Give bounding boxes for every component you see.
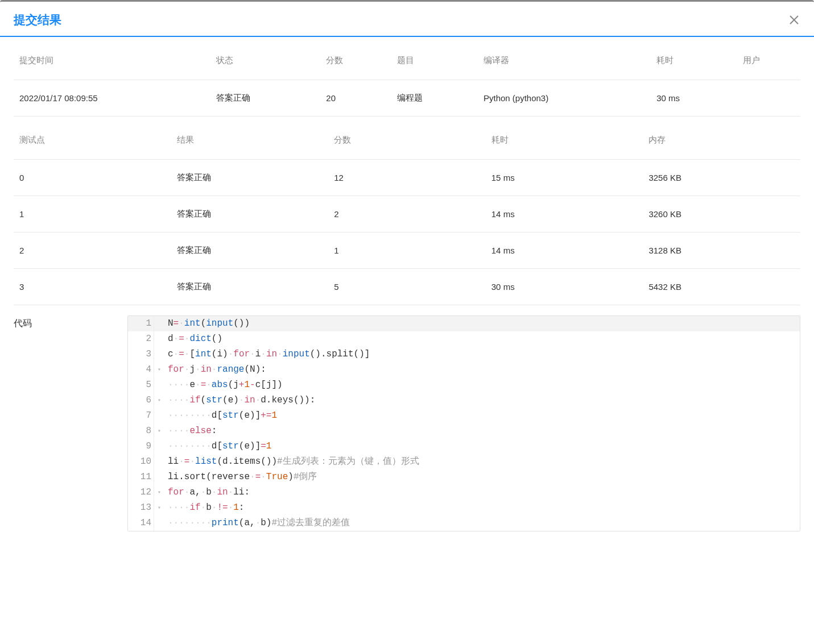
code-content: li·=·list(d.items())#生成列表：元素为（键，值）形式: [164, 454, 800, 470]
code-section: 代码 1N=·int(input())2d·=·dict()3c·=·[int(…: [14, 305, 800, 531]
code-line[interactable]: 4▾for·j·in·range(N):: [128, 362, 800, 377]
cell-time: 30 ms: [651, 80, 737, 117]
line-number: 11: [128, 470, 154, 485]
cell-memory: 5432 KB: [643, 269, 800, 305]
code-content: ········print(a,·b)#过滤去重复的差值: [164, 516, 800, 531]
summary-table: 提交时间 状态 分数 题目 编译器 耗时 用户 2022/01/17 08:09…: [14, 41, 800, 117]
line-number: 5: [128, 377, 154, 393]
line-number: 12: [128, 485, 154, 500]
cell-tscore: 2: [328, 196, 486, 232]
cell-result: 答案正确: [171, 196, 329, 232]
cell-memory: 3256 KB: [643, 160, 800, 196]
cell-testpoint: 3: [14, 269, 171, 305]
code-line[interactable]: 2d·=·dict(): [128, 331, 800, 347]
code-content: ····else:: [164, 423, 800, 439]
col-problem: 题目: [391, 41, 478, 80]
cell-tscore: 1: [328, 232, 486, 269]
col-score: 分数: [320, 41, 391, 80]
modal-header: 提交结果: [0, 2, 814, 37]
line-number: 7: [128, 408, 154, 423]
fold-toggle-icon[interactable]: ▾: [154, 485, 164, 500]
col-user: 用户: [737, 41, 800, 80]
code-content: c·=·[int(i)·for·i·in·input().split()]: [164, 347, 800, 362]
code-line[interactable]: 1N=·int(input()): [128, 316, 800, 331]
code-line[interactable]: 8▾····else:: [128, 423, 800, 439]
testpoint-row: 0答案正确1215 ms3256 KB: [14, 160, 800, 196]
cell-result: 答案正确: [171, 232, 329, 269]
col-compiler: 编译器: [478, 41, 651, 80]
close-icon: [788, 14, 800, 26]
cell-ttime: 14 ms: [486, 196, 643, 232]
code-line[interactable]: 5····e·=·abs(j+1-c[j]): [128, 377, 800, 393]
code-line[interactable]: 12▾for·a,·b·in·li:: [128, 485, 800, 500]
cell-result: 答案正确: [171, 160, 329, 196]
code-content: li.sort(reverse·=·True)#倒序: [164, 470, 800, 485]
line-number: 6: [128, 393, 154, 408]
col-ttime: 耗时: [486, 121, 643, 160]
col-memory: 内存: [643, 121, 800, 160]
fold-toggle-icon[interactable]: ▾: [154, 500, 164, 516]
cell-ttime: 14 ms: [486, 232, 643, 269]
line-number: 13: [128, 500, 154, 516]
fold-toggle-icon[interactable]: ▾: [154, 423, 164, 439]
code-content: for·a,·b·in·li:: [164, 485, 800, 500]
code-line[interactable]: 14········print(a,·b)#过滤去重复的差值: [128, 516, 800, 531]
col-testpoint: 测试点: [14, 121, 171, 160]
code-line[interactable]: 11li.sort(reverse·=·True)#倒序: [128, 470, 800, 485]
code-content: ········d[str(e)]+=1: [164, 408, 800, 423]
line-number: 14: [128, 516, 154, 531]
cell-result: 答案正确: [171, 269, 329, 305]
cell-tscore: 5: [328, 269, 486, 305]
cell-testpoint: 0: [14, 160, 171, 196]
line-number: 10: [128, 454, 154, 470]
submit-result-modal: 提交结果 提交时间 状态 分数 题目 编译器 耗时 用户 2022/01/17 …: [0, 0, 814, 531]
testpoint-row: 2答案正确114 ms3128 KB: [14, 232, 800, 269]
line-number: 8: [128, 423, 154, 439]
close-button[interactable]: [788, 14, 800, 26]
testpoint-header-row: 测试点 结果 分数 耗时 内存: [14, 121, 800, 160]
code-content: ········d[str(e)]=1: [164, 439, 800, 454]
cell-testpoint: 1: [14, 196, 171, 232]
line-number: 1: [128, 316, 154, 331]
cell-problem: 编程题: [391, 80, 478, 117]
line-number: 2: [128, 331, 154, 347]
code-content: ····if(str(e)·in·d.keys()):: [164, 393, 800, 408]
cell-ttime: 30 ms: [486, 269, 643, 305]
modal-body: 提交时间 状态 分数 题目 编译器 耗时 用户 2022/01/17 08:09…: [0, 41, 814, 531]
cell-score: 20: [320, 80, 391, 117]
code-label: 代码: [14, 315, 127, 330]
code-line[interactable]: 9········d[str(e)]=1: [128, 439, 800, 454]
summary-header-row: 提交时间 状态 分数 题目 编译器 耗时 用户: [14, 41, 800, 80]
code-editor[interactable]: 1N=·int(input())2d·=·dict()3c·=·[int(i)·…: [127, 315, 800, 531]
code-line[interactable]: 7········d[str(e)]+=1: [128, 408, 800, 423]
cell-submit-time: 2022/01/17 08:09:55: [14, 80, 210, 117]
col-time: 耗时: [651, 41, 737, 80]
code-content: for·j·in·range(N):: [164, 362, 800, 377]
cell-tscore: 12: [328, 160, 486, 196]
cell-user: [737, 80, 800, 117]
line-number: 9: [128, 439, 154, 454]
cell-compiler: Python (python3): [478, 80, 651, 117]
col-tscore: 分数: [328, 121, 486, 160]
code-content: d·=·dict(): [164, 331, 800, 347]
fold-toggle-icon[interactable]: ▾: [154, 362, 164, 377]
testpoint-table: 测试点 结果 分数 耗时 内存 0答案正确1215 ms3256 KB1答案正确…: [14, 121, 800, 305]
code-line[interactable]: 13▾····if·b·!=·1:: [128, 500, 800, 516]
line-number: 4: [128, 362, 154, 377]
code-content: N=·int(input()): [164, 316, 800, 331]
cell-memory: 3128 KB: [643, 232, 800, 269]
testpoint-row: 1答案正确214 ms3260 KB: [14, 196, 800, 232]
code-content: ····if·b·!=·1:: [164, 500, 800, 516]
cell-testpoint: 2: [14, 232, 171, 269]
code-line[interactable]: 3c·=·[int(i)·for·i·in·input().split()]: [128, 347, 800, 362]
cell-ttime: 15 ms: [486, 160, 643, 196]
col-submit-time: 提交时间: [14, 41, 210, 80]
code-content: ····e·=·abs(j+1-c[j]): [164, 377, 800, 393]
col-status: 状态: [210, 41, 321, 80]
fold-toggle-icon[interactable]: ▾: [154, 393, 164, 408]
line-number: 3: [128, 347, 154, 362]
code-line[interactable]: 6▾····if(str(e)·in·d.keys()):: [128, 393, 800, 408]
modal-title: 提交结果: [14, 12, 61, 28]
code-line[interactable]: 10li·=·list(d.items())#生成列表：元素为（键，值）形式: [128, 454, 800, 470]
testpoint-row: 3答案正确530 ms5432 KB: [14, 269, 800, 305]
